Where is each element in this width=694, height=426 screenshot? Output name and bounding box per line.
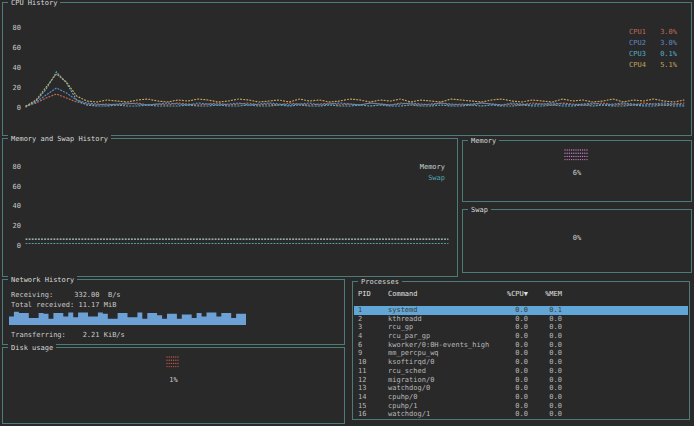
process-mem: 0.0 (532, 376, 562, 385)
processes-panel: Processes PIDCommand%CPU▼%MEM 1systemd0.… (352, 281, 690, 420)
memory-swap-legend: MemorySwap (420, 163, 445, 182)
y-axis-tick: 40 (13, 64, 21, 72)
swap-gauge-title: Swap (468, 206, 491, 214)
memory-swap-history-chart: 020406080 (4, 141, 456, 275)
network-transferring-text: Transferring: 2.21 KiB/s (11, 331, 125, 339)
cpu-legend-item: CPU13.0% (629, 28, 677, 36)
process-row[interactable]: 9mm_percpu_wq0.00.0 (354, 349, 688, 358)
cpu-legend-value: 5.1% (660, 61, 677, 69)
process-row[interactable]: 2kthreadd0.00.0 (354, 315, 688, 324)
process-row[interactable]: 14cpuhp/00.00.0 (354, 393, 688, 402)
process-command: cpuhp/0 (388, 393, 494, 402)
process-row[interactable]: 4rcu_par_gp0.00.0 (354, 332, 688, 341)
process-mem: 0.0 (532, 384, 562, 393)
process-mem: 0.0 (532, 402, 562, 411)
process-table: 1systemd0.00.12kthreadd0.00.03rcu_gp0.00… (354, 306, 688, 419)
cpu-legend-label: CPU4 (629, 61, 646, 69)
process-pid: 6 (358, 341, 384, 350)
process-pid: 16 (358, 410, 384, 419)
network-total-received-text: Total received: 11.17 MiB (11, 301, 116, 309)
cpu4-history-line (26, 74, 684, 106)
process-command: rcu_gp (388, 323, 494, 332)
y-axis-tick: 60 (13, 183, 21, 191)
cpu-legend-label: CPU3 (629, 50, 646, 58)
disk-usage-gauge: 1% (3, 356, 344, 384)
process-command: kthreadd (388, 315, 494, 324)
process-pid: 13 (358, 384, 384, 393)
process-mem: 0.0 (532, 332, 562, 341)
process-mem: 0.0 (532, 323, 562, 332)
cpu-history-panel: CPU History 020406080 CPU13.0%CPU23.0%CP… (2, 2, 692, 136)
process-cpu: 0.0 (498, 306, 528, 315)
network-receive-sparkline (9, 311, 246, 325)
process-mem: 0.0 (532, 349, 562, 358)
y-axis-tick: 60 (13, 44, 21, 52)
cpu-legend-value: 0.1% (660, 50, 677, 58)
process-row[interactable]: 3rcu_gp0.00.0 (354, 323, 688, 332)
cpu-legend: CPU13.0%CPU23.0%CPU30.1%CPU45.1% (629, 28, 677, 69)
swap-gauge-panel: Swap 0% (462, 209, 692, 273)
process-mem: 0.0 (532, 341, 562, 350)
process-mem: 0.0 (532, 367, 562, 376)
process-row[interactable]: 15cpuhp/10.00.0 (354, 402, 688, 411)
swap-usage-percent: 0% (573, 234, 581, 242)
cpu-legend-label: CPU2 (629, 39, 646, 47)
process-header-mem: %MEM (532, 290, 562, 299)
process-mem: 0.0 (532, 410, 562, 419)
process-cpu: 0.0 (498, 332, 528, 341)
process-command: migration/0 (388, 376, 494, 385)
process-command: mm_percpu_wq (388, 349, 494, 358)
process-pid: 12 (358, 376, 384, 385)
cpu-history-chart: 020406080 (4, 5, 690, 133)
process-row[interactable]: 13watchdog/00.00.0 (354, 384, 688, 393)
process-command: cpuhp/1 (388, 402, 494, 411)
memory-gauge: 6% (463, 149, 691, 177)
memory-gauge-panel: Memory 6% (462, 140, 692, 202)
process-command: ksoftirqd/0 (388, 358, 494, 367)
process-pid: 10 (358, 358, 384, 367)
process-command: rcu_sched (388, 367, 494, 376)
process-pid: 3 (358, 323, 384, 332)
process-pid: 14 (358, 393, 384, 402)
process-cpu: 0.0 (498, 358, 528, 367)
process-table-header: PIDCommand%CPU▼%MEM (354, 290, 688, 299)
process-row[interactable]: 6kworker/0:0H-events_high0.00.0 (354, 341, 688, 350)
cpu-legend-item: CPU23.0% (629, 39, 677, 47)
system-monitor-screen: CPU History 020406080 CPU13.0%CPU23.0%CP… (0, 0, 694, 426)
process-pid: 4 (358, 332, 384, 341)
process-mem: 0.1 (532, 306, 562, 315)
disk-usage-panel: Disk usage 1% (2, 347, 345, 424)
cpu2-history-line (26, 88, 684, 106)
process-command: watchdog/0 (388, 384, 494, 393)
process-command: watchdog/1 (388, 410, 494, 419)
y-axis-tick: 20 (13, 84, 21, 92)
process-cpu: 0.0 (498, 341, 528, 350)
process-mem: 0.0 (532, 358, 562, 367)
process-row-selected[interactable]: 1systemd0.00.1 (354, 306, 688, 315)
process-cpu: 0.0 (498, 376, 528, 385)
process-row[interactable]: 12migration/00.00.0 (354, 376, 688, 385)
y-axis-tick: 80 (13, 24, 21, 32)
memory-gauge-title: Memory (468, 137, 499, 145)
process-row[interactable]: 11rcu_sched0.00.0 (354, 367, 688, 376)
cpu-legend-item: CPU45.1% (629, 61, 677, 69)
process-cpu: 0.0 (498, 410, 528, 419)
process-row[interactable]: 16watchdog/10.00.0 (354, 410, 688, 419)
process-pid: 1 (358, 306, 384, 315)
swap-legend-label: Swap (428, 174, 445, 182)
cpu-legend-value: 3.0% (660, 39, 677, 47)
process-pid: 11 (358, 367, 384, 376)
process-row[interactable]: 10ksoftirqd/00.00.0 (354, 358, 688, 367)
process-pid: 2 (358, 315, 384, 324)
memory-swap-history-panel: Memory and Swap History 020406080 Memory… (2, 138, 458, 277)
y-axis-tick: 20 (13, 222, 21, 230)
y-axis-tick: 80 (13, 163, 21, 171)
memory-usage-dots-icon (564, 149, 589, 163)
process-cpu: 0.0 (498, 367, 528, 376)
process-cpu: 0.0 (498, 315, 528, 324)
cpu-legend-item: CPU30.1% (629, 50, 677, 58)
process-header-command: Command (388, 290, 494, 299)
processes-title: Processes (358, 278, 402, 286)
y-axis-tick: 0 (17, 104, 21, 112)
process-cpu: 0.0 (498, 349, 528, 358)
